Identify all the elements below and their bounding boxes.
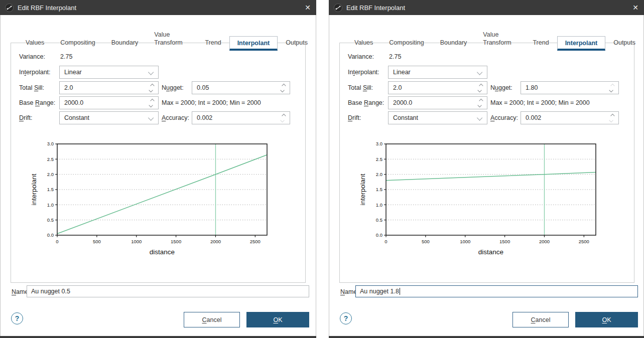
total-sill-spinner[interactable]: 2.0 (59, 81, 159, 94)
interpolant-dropdown[interactable]: Linear (59, 66, 159, 79)
spinner-arrows-icon[interactable] (280, 84, 287, 92)
drift-dropdown[interactable]: Constant (388, 111, 487, 124)
svg-text:2000: 2000 (539, 239, 550, 244)
help-button[interactable]: ? (11, 312, 23, 324)
svg-text:1.0: 1.0 (376, 202, 382, 208)
interpolant-chart: 0.00.51.01.52.02.53.00500100015002000250… (357, 139, 608, 259)
svg-text:0.0: 0.0 (47, 232, 54, 238)
tab-value-transform[interactable]: Value Transform (475, 28, 525, 51)
svg-text:0.5: 0.5 (376, 217, 382, 223)
tab-compositing[interactable]: Compositing (52, 36, 103, 51)
chevron-down-icon (148, 70, 155, 74)
tab-outputs[interactable]: Outputs (605, 36, 643, 51)
close-icon[interactable]: ✕ (299, 4, 316, 12)
svg-text:2.5: 2.5 (47, 156, 54, 162)
tab-trend[interactable]: Trend (197, 36, 229, 51)
tab-value-transform[interactable]: Value Transform (146, 28, 197, 51)
question-mark-icon: ? (344, 314, 348, 322)
cancel-button[interactable]: Cancel (184, 312, 240, 327)
tab-boundary[interactable]: Boundary (103, 36, 147, 51)
spinner-arrows-icon[interactable] (608, 84, 615, 92)
base-range-label: Base Range: (19, 99, 55, 106)
svg-text:3.0: 3.0 (376, 141, 382, 146)
svg-text:0: 0 (56, 239, 58, 244)
svg-text:2500: 2500 (579, 239, 589, 244)
svg-text:distance: distance (150, 248, 175, 256)
spinner-arrows-icon[interactable] (280, 114, 287, 122)
interpolant-chart: 0.00.51.01.52.02.53.00500100015002000250… (29, 139, 280, 259)
svg-text:1.5: 1.5 (47, 187, 54, 192)
ok-button[interactable]: OK (246, 312, 309, 327)
base-range-spinner[interactable]: 2000.0 (388, 96, 487, 109)
interpolant-label: Interpolant: (19, 69, 51, 76)
svg-text:interpolant: interpolant (359, 174, 366, 205)
svg-text:0.0: 0.0 (376, 232, 382, 238)
spinner-arrows-icon[interactable] (148, 99, 155, 107)
drift-label: Drift: (348, 114, 361, 121)
svg-text:distance: distance (478, 248, 503, 256)
chevron-down-icon (148, 116, 155, 120)
tab-compositing[interactable]: Compositing (381, 36, 432, 51)
accuracy-spinner[interactable]: 0.002 (521, 111, 619, 124)
interpolant-settings-panel: Variance: 2.75 Interpolant: Linear Total… (339, 43, 634, 283)
total-sill-label: Total Sill: (348, 84, 373, 91)
spinner-arrows-icon[interactable] (148, 84, 155, 92)
tab-interpolant[interactable]: Interpolant (229, 36, 278, 51)
total-sill-spinner[interactable]: 2.0 (388, 81, 487, 94)
ok-button[interactable]: OK (575, 312, 638, 327)
text-cursor (400, 288, 400, 295)
spinner-arrows-icon[interactable] (477, 99, 484, 107)
tab-trend[interactable]: Trend (525, 36, 557, 51)
spinner-arrows-icon[interactable] (477, 84, 484, 92)
drift-dropdown[interactable]: Constant (59, 111, 159, 124)
edit-rbf-interpolant-dialog-left: Edit RBF Interpolant ✕ Values Compositin… (0, 0, 316, 338)
interpolant-dropdown[interactable]: Linear (388, 66, 487, 79)
svg-text:2.0: 2.0 (376, 172, 382, 177)
svg-text:interpolant: interpolant (30, 174, 38, 205)
tab-outputs[interactable]: Outputs (278, 36, 316, 51)
close-icon[interactable]: ✕ (627, 4, 644, 12)
svg-text:0: 0 (384, 239, 387, 244)
tab-values[interactable]: Values (18, 36, 52, 51)
name-field[interactable]: Au nugget 1.8 (355, 285, 638, 297)
variance-label: Variance: (19, 53, 45, 60)
spinner-arrows-icon[interactable] (608, 114, 615, 122)
svg-text:2.0: 2.0 (47, 172, 54, 177)
range-info-text: Max = 2000; Int = 2000; Min = 2000 (490, 99, 590, 106)
svg-text:500: 500 (422, 239, 430, 244)
screen: Edit RBF Interpolant ✕ Values Compositin… (0, 0, 644, 338)
total-sill-label: Total Sill: (19, 84, 44, 91)
tab-boundary[interactable]: Boundary (432, 36, 475, 51)
help-button[interactable]: ? (340, 312, 352, 324)
nugget-label: Nugget: (162, 84, 184, 91)
base-range-label: Base Range: (348, 99, 384, 106)
cancel-button[interactable]: Cancel (512, 312, 569, 327)
app-icon (5, 4, 14, 12)
nugget-label: Nugget: (490, 84, 512, 91)
svg-text:2.5: 2.5 (376, 156, 382, 162)
tab-values[interactable]: Values (346, 36, 381, 51)
interpolant-settings-panel: Variance: 2.75 Interpolant: Linear Total… (11, 43, 306, 283)
base-range-spinner[interactable]: 2000.0 (59, 96, 159, 109)
window-title: Edit RBF Interpolant (18, 4, 299, 12)
svg-text:0.5: 0.5 (47, 217, 54, 223)
svg-text:1000: 1000 (131, 239, 142, 244)
svg-text:1500: 1500 (499, 239, 510, 244)
range-info-text: Max = 2000; Int = 2000; Min = 2000 (162, 99, 261, 106)
variance-value: 2.75 (389, 53, 401, 60)
title-bar: Edit RBF Interpolant ✕ (0, 0, 316, 15)
name-field[interactable]: Au nugget 0.5 (27, 285, 309, 297)
variance-value: 2.75 (60, 53, 72, 60)
svg-text:1.5: 1.5 (376, 187, 382, 192)
app-icon (334, 4, 342, 12)
accuracy-spinner[interactable]: 0.002 (192, 111, 290, 124)
variance-label: Variance: (348, 53, 374, 60)
chevron-down-icon (477, 70, 484, 74)
nugget-spinner[interactable]: 1.80 (521, 81, 619, 94)
svg-text:1500: 1500 (171, 239, 181, 244)
tab-bar: Values Compositing Boundary Value Transf… (346, 28, 643, 51)
accuracy-label: Accuracy: (162, 114, 189, 121)
nugget-spinner[interactable]: 0.05 (192, 81, 290, 94)
edit-rbf-interpolant-dialog-right: Edit RBF Interpolant ✕ Values Compositin… (329, 0, 644, 338)
tab-interpolant[interactable]: Interpolant (557, 36, 606, 51)
